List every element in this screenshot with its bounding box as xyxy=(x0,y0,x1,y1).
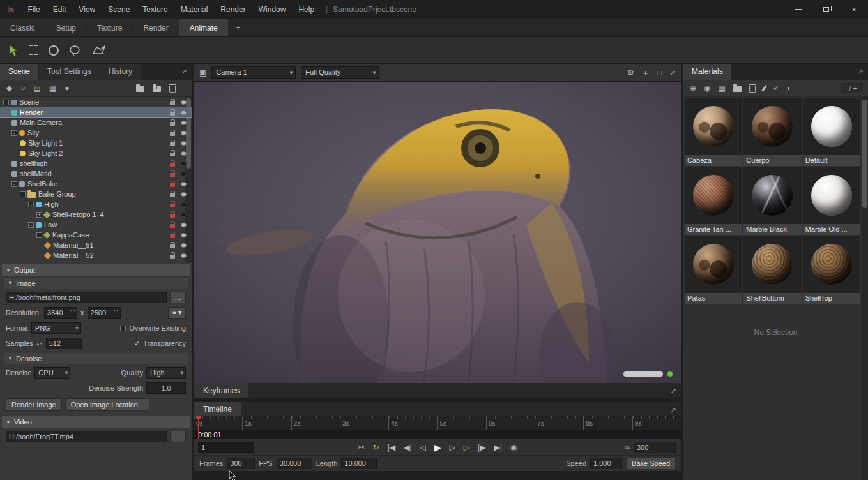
lock-icon[interactable] xyxy=(170,204,175,207)
viewport-popout-icon[interactable]: ↗ xyxy=(669,69,676,77)
visibility-icon[interactable] xyxy=(181,151,187,156)
restore-button[interactable] xyxy=(812,0,840,19)
tree-item-shell-retopo-1-4[interactable]: +Shell-retopo 1_4 xyxy=(0,209,192,220)
menu-window[interactable]: Window xyxy=(252,0,293,19)
lock-icon[interactable] xyxy=(170,244,175,248)
loop-playback-icon[interactable]: ↻ xyxy=(373,444,379,451)
lock-icon[interactable] xyxy=(170,142,175,146)
materials-scrollbar[interactable] xyxy=(862,97,868,480)
quality-dropdown[interactable]: High xyxy=(146,367,186,379)
lock-icon[interactable] xyxy=(170,163,175,167)
tree-item-material-51[interactable]: Material__51 xyxy=(0,240,192,250)
material-default[interactable]: Default xyxy=(803,98,860,166)
menu-file[interactable]: File xyxy=(21,0,46,19)
menu-texture[interactable]: Texture xyxy=(136,0,174,19)
delete-object-icon[interactable] xyxy=(169,86,176,93)
viewport-pan-icon[interactable]: ＋ xyxy=(642,69,650,77)
tree-expander-icon[interactable]: - xyxy=(11,181,17,187)
tree-expander-icon[interactable]: + xyxy=(36,212,42,218)
tree-item-shellhigh[interactable]: shellhigh xyxy=(0,158,192,169)
visibility-icon[interactable] xyxy=(181,161,187,166)
fps-field[interactable]: 30.000 xyxy=(277,458,312,469)
frames-field[interactable]: 300 xyxy=(227,458,255,469)
visibility-icon[interactable] xyxy=(181,243,187,248)
workspace-tab-setup[interactable]: Setup xyxy=(46,19,86,36)
timeline-popout-icon[interactable]: ↗ xyxy=(666,402,681,416)
resolution-preset-button[interactable]: ≡ ▾ xyxy=(168,307,186,319)
add-material-icon[interactable]: ⊕ xyxy=(690,84,696,92)
tree-item-render[interactable]: Render xyxy=(0,107,192,117)
length-field[interactable]: 10.000 xyxy=(341,458,377,469)
globe-icon[interactable]: ◐ xyxy=(787,84,791,92)
lock-icon[interactable] xyxy=(170,132,175,136)
cut-keys-icon[interactable]: ✂ xyxy=(358,444,365,451)
overwrite-checkbox[interactable] xyxy=(120,326,126,331)
panel-tab-history[interactable]: History xyxy=(100,64,141,80)
tree-expander-icon[interactable]: - xyxy=(28,222,34,228)
lock-icon[interactable] xyxy=(170,224,175,228)
resolution-width-field[interactable]: 3840▲▼ xyxy=(44,307,77,319)
workspace-tab-classic[interactable]: Classic xyxy=(0,19,45,36)
tree-item-kappacase[interactable]: -KappaCase xyxy=(0,230,192,240)
visibility-icon[interactable] xyxy=(181,141,187,146)
tree-item-scene[interactable]: -Scene xyxy=(0,97,192,107)
tree-item-shellmatid[interactable]: shellMatid xyxy=(0,169,192,179)
denoise-device-dropdown[interactable]: CPU xyxy=(34,367,70,379)
resolution-height-field[interactable]: 2500▲▼ xyxy=(88,307,121,319)
loop-end-field[interactable]: 300 xyxy=(634,442,676,453)
sphere-preview-icon[interactable]: ◉ xyxy=(704,84,710,92)
minimize-button[interactable] xyxy=(784,0,812,19)
tree-item-bake-group[interactable]: -Bake Group xyxy=(0,189,192,199)
link-icon[interactable]: ∞ xyxy=(624,444,630,451)
visibility-icon[interactable] xyxy=(181,100,187,105)
add-backdrop-icon[interactable]: ▤ xyxy=(33,84,40,92)
material-granite-tan[interactable]: Granite Tan ... xyxy=(685,167,742,235)
menu-edit[interactable]: Edit xyxy=(47,0,73,19)
material-cabeza[interactable]: Cabeza xyxy=(685,98,742,166)
lock-icon[interactable] xyxy=(170,214,175,218)
lock-icon[interactable] xyxy=(170,112,175,116)
visibility-icon[interactable] xyxy=(181,121,187,125)
samples-stepper-icon[interactable]: ▲▼ xyxy=(36,342,43,345)
materials-tab[interactable]: Materials xyxy=(683,64,731,80)
image-section-header[interactable]: ▼Image xyxy=(4,278,188,289)
visibility-icon[interactable] xyxy=(181,233,187,237)
polygon-lasso-tool-icon[interactable] xyxy=(92,45,106,56)
close-button[interactable]: × xyxy=(840,0,868,19)
tree-expander-icon[interactable]: - xyxy=(11,130,17,136)
render-image-button[interactable]: Render Image xyxy=(6,398,62,411)
tree-item-sky-light-2[interactable]: Sky Light 2 xyxy=(0,148,192,158)
browse-video-button[interactable]: ... xyxy=(170,431,186,442)
visibility-icon[interactable] xyxy=(181,182,187,186)
material-marble-black[interactable]: Marble Black xyxy=(743,167,801,235)
delete-material-icon[interactable] xyxy=(749,86,756,93)
menu-render[interactable]: Render xyxy=(214,0,252,19)
add-external-object-icon[interactable]: ▦ xyxy=(49,84,56,92)
material-marble-old[interactable]: Marble Old ... xyxy=(803,167,860,235)
tree-expander-icon[interactable]: - xyxy=(3,100,9,105)
material-shellbottom[interactable]: ShellBottom xyxy=(743,236,801,304)
jump-start-icon[interactable]: |◀ xyxy=(388,444,395,451)
materials-popout-icon[interactable]: ↗ xyxy=(853,64,868,80)
current-frame-field[interactable]: 1 xyxy=(198,442,254,453)
prev-keyframe-icon[interactable]: ◀| xyxy=(404,444,411,451)
tree-item-material-52[interactable]: Material__52 xyxy=(0,250,192,260)
browse-image-button[interactable]: ... xyxy=(170,292,186,303)
video-path-field[interactable]: H:/booh/FrogTT.mp4 xyxy=(6,431,167,442)
app-logo-skull-icon[interactable]: ☠ xyxy=(6,4,15,15)
next-keyframe-icon[interactable]: |▶ xyxy=(478,444,485,451)
open-image-location-button[interactable]: Open Image Location... xyxy=(65,398,149,411)
image-path-field[interactable]: H:/booh/metalfront.png xyxy=(6,292,167,303)
visibility-icon[interactable] xyxy=(181,213,187,217)
playhead[interactable] xyxy=(198,416,199,439)
tree-item-low[interactable]: -Low xyxy=(0,220,192,230)
materials-scrollbar-thumb[interactable] xyxy=(862,100,867,208)
lock-icon[interactable] xyxy=(170,122,175,126)
material-cuerpo[interactable]: Cuerpo xyxy=(743,98,801,166)
output-section-header[interactable]: ▼Output xyxy=(2,264,190,276)
workspace-tab-animate[interactable]: Animate xyxy=(179,19,228,36)
samples-field[interactable]: 512 xyxy=(46,338,82,349)
menu-material[interactable]: Material xyxy=(174,0,215,19)
viewport-3d-canvas[interactable] xyxy=(194,82,681,383)
visibility-icon[interactable] xyxy=(181,131,187,135)
